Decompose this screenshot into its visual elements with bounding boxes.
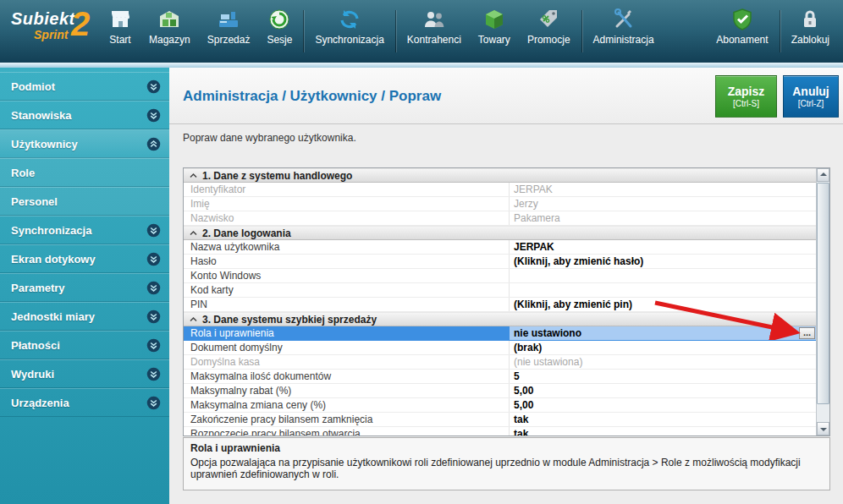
toolbar-separator bbox=[303, 10, 304, 52]
grid-row-kod-karty[interactable]: Kod karty bbox=[184, 283, 816, 298]
section-label: 2. Dane logowania bbox=[202, 227, 291, 239]
toolbar-button-synchronizacja[interactable]: Synchronizacja bbox=[306, 0, 392, 63]
cash-register-icon bbox=[217, 8, 240, 31]
collapse-chevron-icon bbox=[184, 169, 202, 182]
property-label: Rola i uprawnienia bbox=[184, 326, 510, 340]
property-value[interactable]: 5 bbox=[510, 370, 816, 383]
toolbar-button-zablokuj[interactable]: Zablokuj bbox=[783, 0, 838, 63]
property-value[interactable]: nie ustawiono... bbox=[510, 326, 816, 340]
chevron-down-circle-icon bbox=[146, 223, 161, 238]
sidebar-item-synchronizacja[interactable]: Synchronizacja bbox=[0, 216, 169, 244]
grid-row-maksymalny-rabat[interactable]: Maksymalny rabat (%)5,00 bbox=[184, 384, 816, 398]
logo-text-sprint: Sprint bbox=[34, 28, 68, 41]
save-button-shortcut: [Ctrl-S] bbox=[733, 99, 759, 108]
grid-row-konto-windows[interactable]: Konto Windows bbox=[184, 269, 816, 283]
property-value[interactable] bbox=[510, 283, 816, 297]
grid-scrollbar[interactable] bbox=[816, 168, 829, 436]
sidebar-item-jednostki-miary[interactable]: Jednostki miary bbox=[0, 302, 169, 331]
grid-row-imie[interactable]: ImięJerzy bbox=[184, 197, 816, 211]
property-value[interactable] bbox=[510, 269, 816, 282]
logo-text-2: 2 bbox=[71, 7, 90, 41]
property-value-text: JERPAK bbox=[514, 241, 554, 253]
property-value-text: (nie ustawiona) bbox=[514, 356, 582, 368]
sidebar-item-podmiot[interactable]: Podmiot bbox=[0, 72, 169, 101]
grid-row-nazwa-uzytkownika[interactable]: Nazwa użytkownikaJERPAK bbox=[184, 240, 816, 255]
property-value[interactable]: JERPAK bbox=[510, 240, 816, 254]
grid-row-zakonczenie-pracy-bilansem-zamkniecia[interactable]: Zakończenie pracy bilansem zamknięciatak bbox=[184, 413, 816, 427]
property-value[interactable]: tak bbox=[510, 427, 816, 436]
property-value[interactable]: JERPAK bbox=[510, 183, 816, 196]
sidebar-item-platnosci[interactable]: Płatności bbox=[0, 331, 169, 359]
sessions-icon bbox=[267, 8, 291, 31]
grid-row-nazwisko[interactable]: NazwiskoPakamera bbox=[184, 211, 816, 226]
grid-row-domyslna-kasa[interactable]: Domyślna kasa(nie ustawiona) bbox=[184, 355, 816, 370]
toolbar-button-kontrahenci[interactable]: Kontrahenci bbox=[399, 0, 470, 63]
property-label: Imię bbox=[184, 197, 510, 211]
toolbar-button-magazyn[interactable]: Magazyn bbox=[140, 0, 199, 63]
chevron-down-circle-icon bbox=[146, 367, 161, 381]
toolbar-button-label: Promocje bbox=[527, 34, 570, 46]
property-value[interactable]: (Kliknij, aby zmienić pin) bbox=[510, 298, 816, 311]
grid-section-2-dane-logowania[interactable]: 2. Dane logowania bbox=[184, 226, 816, 240]
property-value[interactable]: 5,00 bbox=[510, 384, 816, 397]
sidebar-item-stanowiska[interactable]: Stanowiska bbox=[0, 101, 169, 129]
grid-row-rola-i-uprawnienia[interactable]: Rola i uprawnienianie ustawiono... bbox=[184, 326, 816, 341]
sidebar-item-urzadzenia[interactable]: Urządzenia bbox=[0, 388, 169, 417]
grid-row-identyfikator[interactable]: IdentyfikatorJERPAK bbox=[184, 183, 816, 197]
toolbar-button-label: Sprzedaż bbox=[207, 34, 251, 46]
grid-row-dokument-domyslny[interactable]: Dokument domyślny(brak) bbox=[184, 341, 816, 355]
cancel-button-label: Anuluj bbox=[792, 85, 829, 98]
property-label: Maksymalny rabat (%) bbox=[184, 384, 510, 397]
sidebar-item-parametry[interactable]: Parametry bbox=[0, 273, 169, 302]
grid-section-1-dane-z-systemu-handlowego[interactable]: 1. Dane z systemu handlowego bbox=[184, 168, 816, 183]
grid-row-rozpoczecie-pracy-bilansem-otwarcia[interactable]: Rozpoczęcie pracy bilansem otwarciatak bbox=[184, 427, 816, 436]
scrollbar-thumb[interactable] bbox=[817, 183, 829, 404]
save-button[interactable]: Zapisz [Ctrl-S] bbox=[715, 75, 777, 118]
grid-row-maksymalna-zmiana-ceny[interactable]: Maksymalna zmiana ceny (%)5,00 bbox=[184, 398, 816, 413]
grid-section-3-dane-systemu-szybkiej-sprzedazy[interactable]: 3. Dane systemu szybkiej sprzedaży bbox=[184, 312, 816, 326]
sidebar-item-label: Stanowiska bbox=[11, 109, 72, 122]
toolbar-button-towary[interactable]: Towary bbox=[470, 0, 519, 63]
sidebar-item-ekran-dotykowy[interactable]: Ekran dotykowy bbox=[0, 244, 169, 273]
toolbar-button-promocje[interactable]: Promocje bbox=[519, 0, 579, 63]
property-value[interactable]: tak bbox=[510, 413, 816, 426]
property-value[interactable]: Pakamera bbox=[510, 211, 816, 225]
sidebar-item-label: Jednostki miary bbox=[11, 310, 95, 323]
property-label: Hasło bbox=[184, 255, 510, 268]
cancel-button[interactable]: Anuluj [Ctrl-Z] bbox=[783, 75, 839, 118]
store-icon bbox=[108, 8, 132, 31]
sidebar-item-label: Urządzenia bbox=[11, 397, 69, 409]
scroll-down-button[interactable] bbox=[817, 422, 829, 436]
property-label: Domyślna kasa bbox=[184, 355, 510, 369]
sidebar-item-role[interactable]: Role bbox=[0, 158, 169, 187]
toolbar-button-abonament[interactable]: Abonament bbox=[708, 0, 776, 63]
property-value[interactable]: (Kliknij, aby zmienić hasło) bbox=[510, 255, 816, 268]
property-value-text: Jerzy bbox=[514, 198, 538, 210]
logo-text-subiekt: Subiekt bbox=[11, 9, 75, 29]
sidebar-item-wydruki[interactable]: Wydruki bbox=[0, 359, 169, 388]
chevron-up-circle-icon bbox=[146, 137, 161, 151]
property-value[interactable]: (nie ustawiona) bbox=[510, 355, 816, 369]
ellipsis-button[interactable]: ... bbox=[799, 327, 815, 339]
toolbar-button-sesje[interactable]: Sesje bbox=[258, 0, 300, 63]
grid-row-haslo[interactable]: Hasło(Kliknij, aby zmienić hasło) bbox=[184, 255, 816, 269]
collapse-chevron-icon bbox=[184, 313, 202, 326]
sidebar-item-personel[interactable]: Personel bbox=[0, 187, 169, 216]
toolbar-button-administracja[interactable]: Administracja bbox=[585, 0, 663, 63]
toolbar-button-label: Synchronizacja bbox=[315, 34, 383, 46]
property-value[interactable]: Jerzy bbox=[510, 197, 816, 211]
property-value[interactable]: 5,00 bbox=[510, 398, 816, 412]
scroll-up-button[interactable] bbox=[817, 168, 829, 182]
grid-row-pin[interactable]: PIN(Kliknij, aby zmienić pin) bbox=[184, 298, 816, 312]
sidebar-item-label: Personel bbox=[11, 195, 58, 208]
property-label: Nazwisko bbox=[184, 211, 510, 225]
grid-row-maksymalna-ilosc-dokumentow[interactable]: Maksymalna ilość dokumentów5 bbox=[184, 370, 816, 384]
shield-check-icon bbox=[730, 8, 754, 31]
property-label: Kod karty bbox=[184, 283, 510, 297]
toolbar-button-label: Abonament bbox=[716, 34, 768, 46]
sidebar-item-uzytkownicy[interactable]: Użytkownicy bbox=[0, 129, 169, 158]
toolbar-button-sprzedaz[interactable]: Sprzedaż bbox=[199, 0, 259, 63]
toolbar-button-start[interactable]: Start bbox=[100, 0, 140, 63]
toolbar-button-label: Towary bbox=[478, 34, 510, 46]
property-value[interactable]: (brak) bbox=[510, 341, 816, 354]
